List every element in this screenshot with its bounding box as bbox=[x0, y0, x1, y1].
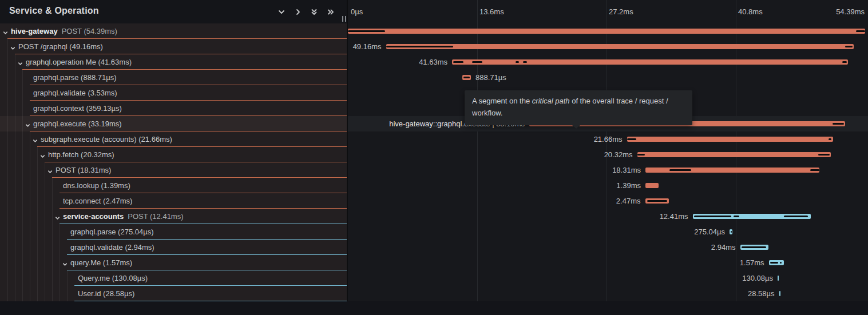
critical-path-segment[interactable] bbox=[842, 61, 847, 63]
indent-guide bbox=[15, 101, 15, 116]
span-duration-bar[interactable] bbox=[348, 29, 865, 34]
span-duration-bar[interactable] bbox=[779, 291, 780, 296]
critical-path-segment[interactable] bbox=[463, 77, 470, 78]
collapse-chevron-icon[interactable] bbox=[62, 260, 68, 266]
indent-guide bbox=[22, 131, 23, 147]
column-resize-handle[interactable] bbox=[340, 15, 347, 22]
indent-guide bbox=[22, 224, 23, 240]
span-tree-row[interactable]: graphql.parse (275.04µs) bbox=[0, 224, 348, 240]
collapse-chevron-icon[interactable] bbox=[47, 167, 53, 173]
critical-path-segment[interactable] bbox=[734, 216, 739, 217]
indent-guide bbox=[15, 224, 15, 240]
indent-guide bbox=[7, 131, 8, 147]
span-duration-label: 49.16ms bbox=[353, 39, 382, 54]
critical-path-segment[interactable] bbox=[647, 200, 667, 202]
span-tree-row[interactable]: graphql.parse (888.71µs) bbox=[0, 70, 348, 85]
indent-guide bbox=[30, 193, 30, 209]
collapse-chevron-icon[interactable] bbox=[39, 151, 46, 158]
collapse-chevron-icon[interactable] bbox=[54, 213, 61, 220]
tooltip-caret bbox=[572, 125, 580, 129]
span-tree-row[interactable]: graphql.operation Me (41.63ms) bbox=[0, 54, 348, 70]
critical-path-segment[interactable] bbox=[810, 169, 819, 171]
indent-guide bbox=[7, 147, 8, 162]
indent-guide bbox=[67, 286, 68, 301]
span-duration-bar[interactable] bbox=[452, 59, 848, 65]
indent-guide bbox=[15, 193, 15, 209]
indent-guide bbox=[37, 286, 38, 301]
indent-guide bbox=[7, 54, 8, 70]
critical-path-segment[interactable] bbox=[770, 262, 778, 264]
span-tree-row[interactable]: http.fetch (20.32ms) bbox=[0, 147, 348, 162]
indent-guide bbox=[22, 147, 23, 162]
span-tree-row[interactable]: Query.me (130.08µs) bbox=[0, 270, 348, 286]
tooltip-text-post: of the overall trace / request / bbox=[570, 97, 668, 105]
critical-path-segment[interactable] bbox=[516, 61, 519, 63]
critical-path-segment[interactable] bbox=[637, 154, 645, 155]
span-label: graphql.execute (33.19ms) bbox=[33, 116, 122, 131]
indent-guide bbox=[52, 178, 53, 193]
collapse-chevron-icon[interactable] bbox=[2, 28, 9, 34]
span-tree-row[interactable]: POST (18.31ms) bbox=[0, 162, 348, 178]
span-tree-row[interactable]: POST /graphql (49.16ms) bbox=[0, 39, 348, 54]
indent-guide bbox=[60, 255, 60, 270]
span-label: graphql.context (359.13µs) bbox=[33, 101, 122, 116]
span-tree-row[interactable]: hive-gatewayPOST (54.39ms) bbox=[0, 23, 348, 39]
critical-path-segment[interactable] bbox=[386, 46, 453, 47]
critical-path-segment[interactable] bbox=[818, 154, 830, 155]
double-chevron-right-icon[interactable] bbox=[326, 7, 336, 17]
span-duration-label: 2.94ms bbox=[711, 240, 736, 255]
critical-path-segment[interactable] bbox=[694, 216, 731, 217]
chevron-down-icon[interactable] bbox=[276, 7, 287, 17]
span-duration-bar[interactable] bbox=[627, 137, 833, 142]
span-tree-row[interactable]: graphql.validate (2.94ms) bbox=[0, 240, 348, 255]
span-tree-row[interactable]: graphql.validate (3.53ms) bbox=[0, 85, 348, 101]
collapse-chevron-icon[interactable] bbox=[32, 136, 38, 142]
span-bar-row: 49.16ms bbox=[348, 39, 868, 54]
span-duration-bar[interactable] bbox=[386, 44, 854, 49]
double-chevron-down-icon[interactable] bbox=[309, 7, 319, 17]
span-bar-row: 41.63ms bbox=[348, 54, 868, 70]
indent-guide bbox=[37, 147, 38, 162]
span-duration-bar[interactable] bbox=[778, 276, 779, 281]
span-tree-row[interactable]: graphql.execute (33.19ms) bbox=[0, 116, 348, 131]
collapse-chevron-icon[interactable] bbox=[25, 121, 31, 127]
critical-path-segment[interactable] bbox=[784, 216, 808, 217]
indent-guide bbox=[45, 178, 45, 193]
span-tree-row[interactable]: User.id (28.58µs) bbox=[0, 286, 348, 301]
time-tick-label: 40.8ms bbox=[738, 0, 763, 23]
timeline-ruler: 0µs13.6ms27.2ms40.8ms54.39ms bbox=[348, 0, 868, 23]
indent-guide bbox=[37, 193, 38, 209]
critical-path-segment[interactable] bbox=[348, 30, 385, 32]
critical-path-segment[interactable] bbox=[669, 169, 691, 171]
span-tree-row[interactable]: subgraph.execute (accounts) (21.66ms) bbox=[0, 131, 348, 147]
span-tree-row[interactable]: tcp.connect (2.47ms) bbox=[0, 193, 348, 209]
span-duration-bar[interactable] bbox=[645, 183, 659, 188]
critical-path-segment[interactable] bbox=[856, 30, 865, 32]
span-label: User.id (28.58µs) bbox=[78, 286, 134, 301]
critical-path-segment[interactable] bbox=[833, 123, 844, 125]
indent-guide bbox=[22, 116, 23, 131]
critical-path-segment[interactable] bbox=[845, 46, 853, 47]
span-duration-label: 18.31ms bbox=[612, 162, 641, 178]
indent-guide bbox=[22, 240, 23, 255]
critical-path-segment[interactable] bbox=[523, 61, 527, 63]
span-tree-row[interactable]: service-accountsPOST (12.41ms) bbox=[0, 209, 348, 224]
span-tree-row[interactable]: graphql.context (359.13µs) bbox=[0, 101, 348, 116]
span-tree-row[interactable]: query.Me (1.57ms) bbox=[0, 255, 348, 270]
chevron-right-icon[interactable] bbox=[293, 7, 303, 17]
collapse-chevron-icon[interactable] bbox=[17, 59, 23, 65]
span-tree-row[interactable]: dns.lookup (1.39ms) bbox=[0, 178, 348, 193]
critical-path-segment[interactable] bbox=[453, 61, 463, 63]
critical-path-segment[interactable] bbox=[829, 138, 831, 140]
critical-path-segment[interactable] bbox=[742, 246, 766, 248]
indent-guide bbox=[22, 209, 23, 224]
span-duration-bar[interactable] bbox=[637, 152, 831, 157]
indent-guide bbox=[7, 70, 8, 85]
indent-guide bbox=[60, 286, 60, 301]
collapse-chevron-icon[interactable] bbox=[10, 43, 16, 50]
indent-guide bbox=[22, 193, 23, 209]
critical-path-segment[interactable] bbox=[780, 262, 782, 264]
critical-path-segment[interactable] bbox=[627, 138, 636, 140]
critical-path-segment[interactable] bbox=[731, 231, 732, 233]
critical-path-segment[interactable] bbox=[472, 61, 482, 63]
